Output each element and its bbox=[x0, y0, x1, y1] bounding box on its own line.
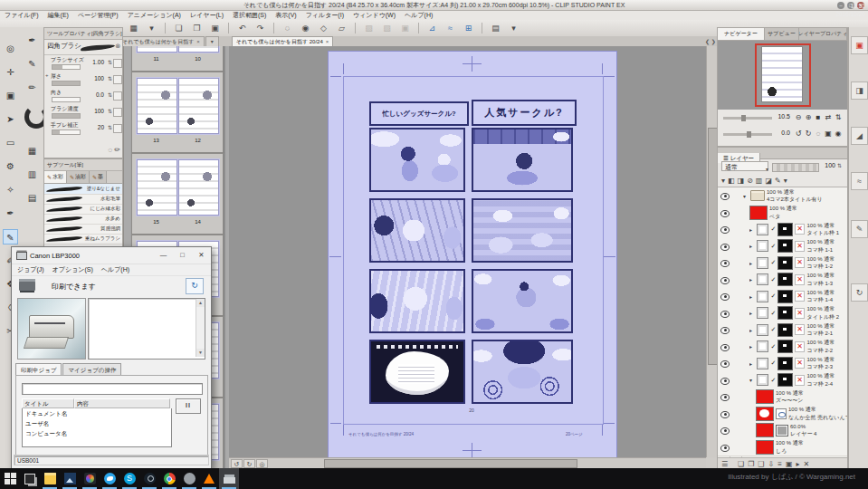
task-view-button[interactable] bbox=[20, 468, 40, 489]
deselect-icon[interactable]: ◌ bbox=[281, 22, 294, 34]
layer-row[interactable]: 100 % 通常なんか全然 売れないんですけど〜 bbox=[718, 406, 847, 424]
reset-rotation-icon[interactable]: ◌ bbox=[814, 129, 823, 139]
frame-border-tool-icon[interactable]: ▦ bbox=[24, 143, 40, 158]
layer-row[interactable]: 100 % 通常ベタ bbox=[718, 205, 847, 223]
dialog-maximize-button[interactable]: □ bbox=[173, 247, 192, 264]
tone-dock-icon[interactable]: ≈ bbox=[851, 172, 868, 190]
redo-icon[interactable]: ↷ bbox=[253, 22, 267, 34]
setting-slider[interactable] bbox=[52, 97, 81, 102]
dialog-title-bar[interactable]: Canon LBP3000 — □ ✕ bbox=[12, 247, 211, 264]
new-layer-icon[interactable]: ❏ bbox=[738, 460, 744, 468]
snap-to-ruler-icon[interactable]: ⊿ bbox=[425, 22, 439, 34]
thunderbird-button[interactable] bbox=[100, 468, 119, 489]
reset-display-icon[interactable]: ◉ bbox=[834, 129, 843, 139]
printer-dialog-tab[interactable]: マイジョブの操作 bbox=[62, 363, 121, 375]
duplicate-layer-icon[interactable]: ❑ bbox=[758, 460, 764, 468]
expand-icon[interactable]: ▾ bbox=[743, 193, 749, 199]
layer-row[interactable]: ▸✓✕100 % 通常コマ枠 1-4 bbox=[718, 288, 847, 306]
menu-item[interactable]: ウィンドウ(W) bbox=[353, 11, 396, 20]
actual-size-icon[interactable]: ■ bbox=[814, 112, 823, 122]
blend-mode-dropdown[interactable]: 通常▾ bbox=[721, 161, 768, 171]
setting-spinner[interactable]: ⇅ bbox=[108, 75, 112, 82]
pen-tool-icon[interactable]: ✒ bbox=[3, 206, 18, 221]
lock-alpha-icon[interactable]: ▥ bbox=[756, 177, 763, 185]
layer-visibility-icon[interactable] bbox=[720, 327, 730, 334]
two-pane-view-icon[interactable]: ▸ bbox=[796, 460, 799, 468]
page-thumbnail[interactable] bbox=[137, 46, 177, 53]
page-thumbnail[interactable] bbox=[178, 46, 219, 53]
setting-spinner[interactable]: ⇅ bbox=[108, 124, 112, 130]
material-palette-icon[interactable]: ▤ bbox=[489, 22, 502, 34]
setting-slider[interactable] bbox=[52, 129, 81, 135]
close-tab-icon[interactable]: × bbox=[196, 39, 200, 44]
expand-icon[interactable]: ▸ bbox=[749, 243, 755, 249]
layer-visibility-icon[interactable] bbox=[720, 427, 730, 435]
layer-visibility-icon[interactable] bbox=[720, 378, 730, 385]
printer-menu-item[interactable]: ヘルプ(H) bbox=[101, 264, 129, 275]
setting-button[interactable] bbox=[113, 124, 122, 133]
layer-row[interactable]: ▸✓✕100 % 通常タイトル枠 1 bbox=[718, 221, 847, 239]
save-file-icon[interactable]: ▣ bbox=[208, 22, 222, 34]
menu-item[interactable]: レイヤー(L) bbox=[190, 11, 224, 20]
zoom-tool-icon[interactable]: ◎ bbox=[3, 41, 18, 56]
printer-dialog-tab[interactable]: 印刷中ジョブ bbox=[15, 363, 62, 375]
auto-action-dock-icon[interactable]: ✎ bbox=[851, 220, 868, 238]
layer-visibility-icon[interactable] bbox=[720, 293, 730, 301]
tool-property-footer[interactable]: ◌ ✏ bbox=[44, 146, 124, 157]
subtool-group-tab[interactable]: ✎墨 bbox=[90, 171, 107, 183]
reselect-icon[interactable]: ◉ bbox=[299, 22, 312, 34]
layer-row[interactable]: ▸✓✕100 % 通常コマ枠 1-3 bbox=[718, 272, 847, 290]
new-folder-icon[interactable]: ❐ bbox=[748, 460, 754, 468]
setting-slider[interactable] bbox=[52, 81, 81, 86]
page-thumbnail[interactable] bbox=[178, 159, 219, 216]
snap-to-special-ruler-icon[interactable]: ≈ bbox=[444, 22, 457, 34]
navigator-viewport-box[interactable] bbox=[755, 43, 811, 107]
setting-button[interactable] bbox=[113, 75, 122, 84]
auto-select-tool-icon[interactable]: ⚙ bbox=[3, 158, 18, 174]
flip-vertical-icon[interactable]: ⇅ bbox=[834, 112, 843, 122]
menu-item[interactable]: 表示(V) bbox=[275, 11, 296, 20]
layer-row[interactable]: ▾✓✕100 % 通常コマ枠 2-4 bbox=[718, 372, 847, 390]
fit-to-screen-icon[interactable]: ▣ bbox=[824, 129, 833, 139]
tab-list-dropdown-icon[interactable]: ▾ bbox=[205, 36, 219, 46]
page-spread[interactable]: 1110 bbox=[131, 46, 224, 72]
rotation-slider-knob[interactable] bbox=[747, 131, 751, 138]
scroll-up-icon[interactable]: ▲ bbox=[196, 299, 205, 307]
pause-job-button[interactable]: II bbox=[176, 398, 201, 414]
zoom-slider[interactable] bbox=[723, 117, 772, 120]
chrome-button[interactable] bbox=[159, 468, 179, 489]
palette-menu-icon[interactable]: ▾ bbox=[721, 177, 725, 185]
layer-visibility-icon[interactable] bbox=[720, 193, 730, 200]
expand-setting-icon[interactable]: + bbox=[45, 72, 49, 78]
layer-visibility-icon[interactable] bbox=[720, 244, 730, 251]
layer-color-dropdown-icon[interactable]: ▾ bbox=[784, 177, 787, 185]
document-tab[interactable]: それでも僕らは何かを目指す× bbox=[118, 36, 205, 46]
expand-icon[interactable]: ▸ bbox=[749, 276, 755, 283]
printer-menu-item[interactable]: ジョブ(J) bbox=[17, 264, 44, 275]
job-column-content[interactable]: 内容 bbox=[74, 398, 170, 408]
flip-horizontal-icon[interactable]: ⇄ bbox=[824, 112, 833, 122]
object-tool-icon[interactable]: ▣ bbox=[3, 88, 18, 103]
layer-list-menu-icon[interactable]: ☰ bbox=[721, 460, 728, 468]
selection-tool-icon[interactable]: ▭ bbox=[3, 135, 18, 150]
setting-slider[interactable] bbox=[52, 64, 81, 70]
reference-layer-icon[interactable]: ✎ bbox=[775, 177, 781, 185]
layer-visibility-icon[interactable] bbox=[720, 360, 730, 368]
menu-item[interactable]: 編集(E) bbox=[48, 11, 69, 20]
layer-row[interactable]: ▾100 % 通常4コマ2本タイトル有り bbox=[718, 187, 847, 206]
merge-down-icon[interactable]: ≡ bbox=[777, 460, 782, 468]
layer-row[interactable]: ▸✓✕100 % 通常コマ枠 1-2 bbox=[718, 254, 847, 273]
rotate-right-icon[interactable]: ↻ bbox=[804, 129, 813, 139]
photos-button[interactable] bbox=[60, 468, 80, 489]
setting-spinner[interactable]: ⇅ bbox=[108, 59, 112, 65]
layer-row[interactable]: 60.0%レイヤー 4 bbox=[718, 422, 847, 440]
operation-tool-icon[interactable]: ➤ bbox=[3, 111, 18, 127]
gradient-dock-icon[interactable]: ◢ bbox=[851, 127, 868, 145]
subtool-brush-row[interactable]: 重ねムラブラシ bbox=[44, 234, 122, 244]
printer-status-dialog[interactable]: Canon LBP3000 — □ ✕ ジョブ(J)オプション(S)ヘルプ(H)… bbox=[11, 246, 212, 469]
menu-item[interactable]: ページ管理(P) bbox=[78, 11, 119, 20]
tab-scroll-arrows[interactable]: ❮ ❯ bbox=[705, 38, 716, 44]
workspace-grid-icon[interactable]: ▦ bbox=[127, 22, 140, 34]
rotate-left-icon[interactable]: ↺ bbox=[794, 129, 803, 139]
expand-icon[interactable]: ▸ bbox=[749, 260, 755, 266]
